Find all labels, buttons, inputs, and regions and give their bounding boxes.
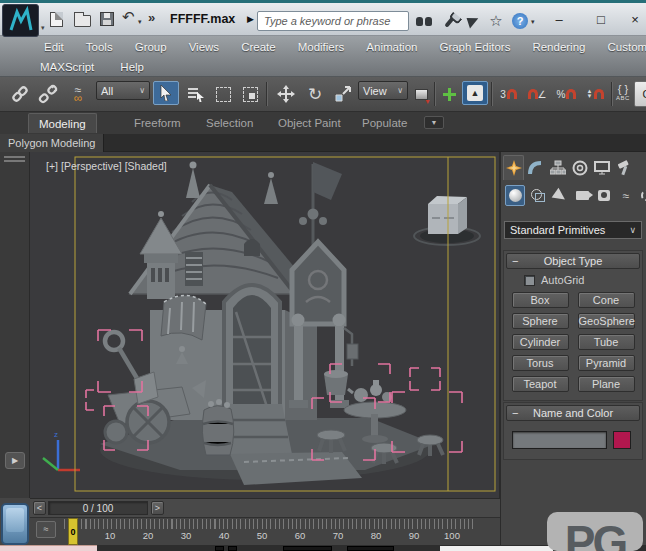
ribbon-tab-object-paint[interactable]: Object Paint: [268, 113, 351, 133]
teapot-button[interactable]: Teapot: [512, 376, 569, 392]
favorites-star-icon[interactable]: ☆: [485, 11, 507, 31]
search-input[interactable]: Type a keyword or phrase: [257, 11, 409, 31]
select-by-name-icon[interactable]: [183, 81, 209, 107]
object-name-input[interactable]: [512, 431, 607, 449]
expand-panel-button[interactable]: ▶: [5, 452, 25, 469]
collapse-icon[interactable]: −: [512, 406, 518, 421]
mini-curve-editor-button[interactable]: ≈: [36, 521, 56, 538]
track-bar[interactable]: ≈ 0 10 20 30 40 50 60 70 80 90 100: [30, 517, 500, 545]
coordinate-field-x[interactable]: [283, 546, 332, 551]
viewport-menu-plus[interactable]: [+]: [46, 160, 58, 172]
select-and-rotate-icon[interactable]: ↻: [302, 81, 328, 107]
ribbon-tab-populate[interactable]: Populate: [352, 113, 417, 133]
ribbon-options-dropdown-icon[interactable]: ▼: [424, 116, 444, 129]
menu-animation[interactable]: Animation: [366, 41, 417, 53]
tab-create-icon[interactable]: [503, 155, 524, 180]
tab-utilities-icon[interactable]: [613, 155, 634, 180]
undo-caret-icon[interactable]: ▾: [138, 18, 142, 26]
plane-button[interactable]: Plane: [578, 376, 635, 392]
previous-frame-button[interactable]: <: [33, 501, 46, 515]
menu-edit[interactable]: Edit: [44, 41, 64, 53]
minimize-button[interactable]: –: [546, 10, 572, 30]
menu-modifiers[interactable]: Modifiers: [298, 41, 345, 53]
window-crossing-toggle-icon[interactable]: [238, 81, 262, 107]
undo-icon[interactable]: ↶: [122, 8, 135, 26]
pyramid-button[interactable]: Pyramid: [578, 355, 635, 371]
app-logo-icon[interactable]: [2, 4, 39, 37]
tab-hierarchy-icon[interactable]: [547, 155, 568, 180]
select-and-manipulate-icon[interactable]: [438, 81, 460, 107]
menu-maxscript[interactable]: MAXScript: [40, 61, 94, 73]
tab-modify-icon[interactable]: [525, 155, 546, 180]
object-color-swatch[interactable]: [613, 431, 631, 449]
category-helpers-icon[interactable]: [594, 185, 614, 206]
corner-navigation-button[interactable]: [1, 503, 29, 545]
select-and-move-icon[interactable]: [272, 81, 300, 107]
rectangular-selection-region-icon[interactable]: [211, 81, 235, 107]
reference-coordinate-dropdown[interactable]: View ∨: [358, 81, 408, 100]
use-pivot-point-center-icon[interactable]: [410, 81, 432, 107]
tab-motion-icon[interactable]: [569, 155, 590, 180]
bind-to-space-warp-icon[interactable]: ≈ ∞: [64, 81, 92, 107]
cone-button[interactable]: Cone: [578, 292, 635, 308]
viewport-menu-view[interactable]: [Perspective]: [61, 160, 122, 172]
toolbar-overflow-icon[interactable]: »: [148, 10, 155, 25]
wrench-icon[interactable]: [439, 11, 461, 31]
menu-group[interactable]: Group: [135, 41, 167, 53]
new-file-icon[interactable]: [50, 12, 63, 27]
time-slider[interactable]: 0 / 100: [48, 501, 148, 515]
ribbon-tab-freeform[interactable]: Freeform: [124, 113, 191, 133]
maximize-button[interactable]: □: [588, 10, 614, 30]
category-geometry-icon[interactable]: [505, 185, 525, 206]
select-and-scale-icon[interactable]: [330, 81, 356, 107]
keyboard-shortcut-override-toggle[interactable]: ▲: [462, 81, 488, 105]
selection-filter-dropdown[interactable]: All ∨: [96, 81, 150, 100]
sphere-button[interactable]: Sphere: [512, 313, 569, 329]
search-binoculars-icon[interactable]: [413, 11, 435, 31]
spinner-snap-toggle-icon[interactable]: ▲▼: [582, 81, 609, 107]
create-selection-set-button[interactable]: Crea: [634, 81, 646, 107]
menu-help[interactable]: Help: [120, 61, 144, 73]
menu-rendering[interactable]: Rendering: [532, 41, 585, 53]
unlink-selection-icon[interactable]: [36, 81, 60, 107]
next-frame-button[interactable]: >: [151, 501, 164, 515]
menu-graph-editors[interactable]: Graph Editors: [439, 41, 510, 53]
logo-dropdown-caret-icon[interactable]: ▾: [41, 24, 45, 32]
current-frame-marker[interactable]: 0: [68, 518, 78, 545]
menu-customize[interactable]: Customize: [607, 41, 646, 53]
category-cameras-icon[interactable]: [572, 185, 592, 206]
category-lights-icon[interactable]: [550, 185, 570, 206]
close-button[interactable]: ×: [622, 10, 646, 30]
menu-tools[interactable]: Tools: [86, 41, 113, 53]
torus-button[interactable]: Torus: [512, 355, 569, 371]
ribbon-tab-modeling[interactable]: Modeling: [28, 113, 97, 133]
help-icon[interactable]: ?: [509, 11, 531, 31]
category-shapes-icon[interactable]: [528, 185, 548, 206]
primitives-dropdown[interactable]: Standard Primitives ∨: [504, 221, 642, 239]
box-button[interactable]: Box: [512, 292, 569, 308]
help-caret-icon[interactable]: ▾: [531, 18, 535, 26]
communication-center-icon[interactable]: [462, 11, 484, 31]
perspective-viewport[interactable]: [+] [Perspective] [Shaded]: [30, 152, 500, 498]
category-systems-icon[interactable]: [636, 185, 646, 206]
autogrid-checkbox[interactable]: [524, 275, 535, 286]
ribbon-tab-selection[interactable]: Selection: [196, 113, 263, 133]
collapse-icon[interactable]: −: [512, 254, 518, 269]
cylinder-button[interactable]: Cylinder: [512, 334, 569, 350]
category-space-warps-icon[interactable]: ≈: [616, 185, 636, 206]
polygon-modeling-panel-label[interactable]: Polygon Modeling: [0, 134, 104, 152]
select-and-link-icon[interactable]: [8, 81, 32, 107]
angle-snap-toggle-icon[interactable]: ∠: [524, 81, 551, 107]
select-object-button[interactable]: [153, 81, 179, 105]
geosphere-button[interactable]: GeoSphere: [578, 313, 635, 329]
menu-create[interactable]: Create: [241, 41, 276, 53]
name-color-header[interactable]: − Name and Color: [506, 405, 640, 421]
open-file-icon[interactable]: [74, 15, 91, 27]
edit-named-selection-sets-icon[interactable]: { } ABC: [614, 81, 632, 107]
coordinate-field-y[interactable]: [347, 546, 394, 551]
save-file-icon[interactable]: [100, 12, 114, 26]
maxscript-mini-listener[interactable]: [0, 545, 97, 551]
object-type-header[interactable]: − Object Type: [506, 253, 640, 269]
tab-display-icon[interactable]: [591, 155, 612, 180]
viewport-menu-shading[interactable]: [Shaded]: [125, 160, 167, 172]
